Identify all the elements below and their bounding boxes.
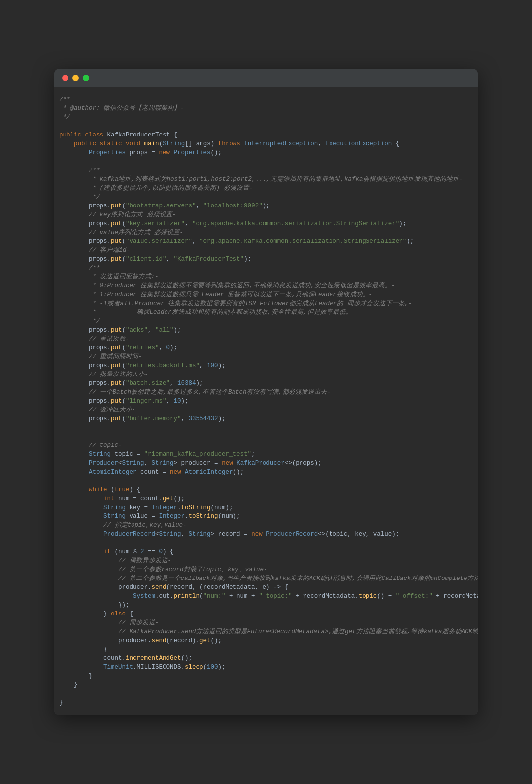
code-line: }	[54, 698, 478, 707]
code-line: producer.send(record, (recordMetadata, e…	[54, 583, 478, 592]
code-line: props.put("retries.backoff.ms", 100);	[54, 361, 478, 370]
code-line: // value序列化方式 必须设置-	[54, 228, 478, 237]
code-line: * kafka地址,列表格式为host1:port1,host2:port2,.…	[54, 175, 478, 184]
code-line: });	[54, 601, 478, 610]
code-line: // 重试次数-	[54, 335, 478, 343]
code-window: /** * @author: 微信公众号【老周聊架构】- */ public c…	[54, 69, 478, 715]
code-line: String key = Integer.toString(num);	[54, 503, 478, 512]
code-line: /**	[54, 95, 478, 104]
code-line: * (建议多提供几个,以防提供的服务器关闭) 必须设置-	[54, 184, 478, 193]
code-line: // 客户端id-	[54, 246, 478, 255]
code-line: // 一个Batch被创建之后,最多过多久,不管这个Batch有没有写满,都必须…	[54, 388, 478, 397]
code-line: */	[54, 193, 478, 202]
code-line: // key序列化方式 必须设置-	[54, 210, 478, 219]
code-line: props.put("client.id", "KafkaProducerTes…	[54, 255, 478, 264]
code-line: // 缓冲区大小-	[54, 406, 478, 414]
code-line: // 偶数异步发送-	[54, 556, 478, 565]
code-line: Properties props = new Properties();	[54, 148, 478, 157]
code-line: }	[54, 681, 478, 689]
code-line: }	[54, 645, 478, 654]
code-line	[54, 689, 478, 698]
code-line: Producer<String, String> producer = new …	[54, 459, 478, 468]
code-line: props.put("bootstrap.servers", "localhos…	[54, 202, 478, 210]
code-line: * 0:Producer 往集群发送数据不需要等到集群的返回,不确保消息发送成功…	[54, 281, 478, 290]
close-dot[interactable]	[62, 75, 68, 81]
code-line: props.put("value.serializer", "org.apach…	[54, 237, 478, 246]
code-line: public static void main(String[] args) t…	[54, 139, 478, 148]
code-line: // 第二个参数是一个callback对象,当生产者接收到kafka发来的ACK…	[54, 574, 478, 583]
code-line: // KafkaProducer.send方法返回的类型是Future<Reco…	[54, 627, 478, 636]
code-line: * 1:Producer 往集群发送数据只需 Leader 应答就可以发送下一条…	[54, 290, 478, 299]
code-line: producer.send(record).get();	[54, 636, 478, 645]
code-line: * @author: 微信公众号【老周聊架构】-	[54, 104, 478, 113]
code-editor: /** * @author: 微信公众号【老周聊架构】- */ public c…	[54, 87, 478, 715]
code-line: /**	[54, 166, 478, 175]
code-line: public class KafkaProducerTest {	[54, 131, 478, 139]
code-line: // topic-	[54, 441, 478, 450]
code-line: /**	[54, 264, 478, 273]
code-line: */	[54, 113, 478, 122]
code-line: // 批量发送的大小-	[54, 370, 478, 379]
code-line: * 发送返回应答方式:-	[54, 273, 478, 281]
code-line: props.put("retries", 0);	[54, 343, 478, 352]
code-line: // 同步发送-	[54, 618, 478, 627]
maximize-dot[interactable]	[83, 75, 89, 81]
code-line: */	[54, 317, 478, 326]
code-line: System.out.println("num:" + num + " topi…	[54, 592, 478, 601]
code-line: props.put("batch.size", 16384);	[54, 379, 478, 388]
code-line: props.put("buffer.memory", 33554432);	[54, 414, 478, 423]
titlebar	[54, 69, 478, 87]
code-line: }	[54, 672, 478, 681]
code-line: count.incrementAndGet();	[54, 654, 478, 663]
code-line: int num = count.get();	[54, 494, 478, 503]
code-line: AtomicInteger count = new AtomicInteger(…	[54, 468, 478, 477]
code-line: String topic = "riemann_kafka_producer_t…	[54, 450, 478, 459]
code-line: while (true) {	[54, 485, 478, 494]
code-line	[54, 539, 478, 547]
code-line: ProducerRecord<String, String> record = …	[54, 530, 478, 539]
code-line: props.put("linger.ms", 10);	[54, 397, 478, 406]
minimize-dot[interactable]	[72, 75, 79, 81]
code-line	[54, 423, 478, 432]
code-line: } else {	[54, 610, 478, 618]
code-line: String value = Integer.toString(num);	[54, 512, 478, 521]
code-line: if (num % 2 == 0) {	[54, 547, 478, 556]
code-line	[54, 122, 478, 131]
code-line: // 指定topic,key,value-	[54, 521, 478, 530]
code-line: * -1或者all:Producer 往集群发送数据需要所有的ISR Follo…	[54, 299, 478, 308]
code-line: // 第一个参数record封装了topic、key、value-	[54, 565, 478, 574]
code-line: * 确保Leader发送成功和所有的副本都成功接收,安全性最高,但是效率最低。	[54, 308, 478, 317]
code-line	[54, 157, 478, 166]
code-line: TimeUnit.MILLISECONDS.sleep(100);	[54, 663, 478, 672]
code-line	[54, 432, 478, 441]
code-line: props.put("acks", "all");	[54, 326, 478, 335]
code-line: props.put("key.serializer", "org.apache.…	[54, 219, 478, 228]
code-line	[54, 477, 478, 485]
code-line: // 重试间隔时间-	[54, 352, 478, 361]
